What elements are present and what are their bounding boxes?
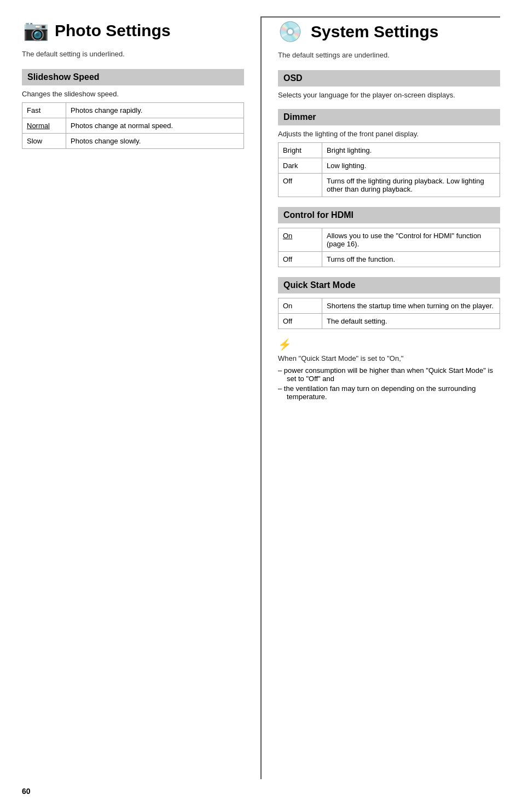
table-row: Bright Bright lighting. [279,143,500,158]
photo-settings-heading: Photo Settings [55,21,171,40]
desc-off-dimmer: Turns off the lighting during playback. … [322,174,500,197]
svg-text:💿: 💿 [278,20,303,42]
list-item: – power consumption will be higher than … [278,366,500,383]
table-row: Off The default setting. [279,314,500,329]
option-off-hdmi: Off [279,252,322,267]
slideshow-table: Fast Photos change rapidly. Normal Photo… [22,102,244,149]
note-icon: ⚡ [278,338,500,351]
option-slow: Slow [22,134,66,149]
table-row: On Shortens the startup time when turnin… [279,298,500,314]
on-hdmi-underlined: On [283,232,292,240]
svg-text:📷: 📷 [23,18,49,41]
table-row: Off Turns off the lighting during playba… [279,174,500,197]
system-subtitle-note: The default settings are underlined. [278,51,500,59]
main-columns: 📷 Photo Settings The default setting is … [22,16,500,779]
camera-icon: 📷 [22,16,49,44]
quick-start-table: On Shortens the startup time when turnin… [278,298,500,329]
system-settings-heading: System Settings [311,22,438,41]
osd-desc: Selects your language for the player on-… [278,91,500,99]
desc-dark: Low lighting. [322,158,500,174]
normal-underlined: Normal [27,122,50,130]
note-list: – power consumption will be higher than … [278,366,500,401]
desc-off-hdmi: Turns off the function. [322,252,500,267]
list-item: – the ventilation fan may turn on depend… [278,384,500,401]
dimmer-table: Bright Bright lighting. Dark Low lightin… [278,142,500,197]
desc-bright: Bright lighting. [322,143,500,158]
desc-normal: Photos change at normal speed. [66,118,244,134]
desc-off-quick: The default setting. [322,314,500,329]
desc-slow: Photos change slowly. [66,134,244,149]
system-icon: 💿 [278,18,305,45]
hdmi-table: On Allows you to use the "Control for HD… [278,228,500,267]
desc-on-hdmi: Allows you to use the "Control for HDMI"… [322,228,500,252]
dimmer-desc: Adjusts the lighting of the front panel … [278,130,500,138]
note-section: ⚡ When "Quick Start Mode" is set to "On,… [278,338,500,401]
note-intro: When "Quick Start Mode" is set to "On," [278,353,500,364]
option-normal: Normal [22,118,66,134]
page: 📷 Photo Settings The default setting is … [0,0,522,812]
desc-on-quick: Shortens the startup time when turning o… [322,298,500,314]
system-settings-title-area: 💿 System Settings [278,18,500,45]
photo-subtitle-note: The default setting is underlined. [22,50,244,58]
table-row: Fast Photos change rapidly. [22,103,244,118]
page-number: 60 [22,787,31,796]
table-row: Normal Photos change at normal speed. [22,118,244,134]
table-row: Slow Photos change slowly. [22,134,244,149]
hdmi-header: Control for HDMI [278,207,500,223]
option-bright: Bright [279,143,322,158]
dimmer-header: Dimmer [278,109,500,125]
left-column: 📷 Photo Settings The default setting is … [22,16,244,779]
option-on-quick: On [279,298,322,314]
right-column: 💿 System Settings The default settings a… [260,16,500,779]
table-row: Dark Low lighting. [279,158,500,174]
osd-header: OSD [278,70,500,87]
slideshow-speed-header: Slideshow Speed [22,69,244,85]
option-dark: Dark [279,158,322,174]
slideshow-desc: Changes the slideshow speed. [22,90,244,98]
desc-fast: Photos change rapidly. [66,103,244,118]
quick-start-header: Quick Start Mode [278,277,500,293]
option-off-dimmer: Off [279,174,322,197]
table-row: On Allows you to use the "Control for HD… [279,228,500,252]
photo-settings-title-area: 📷 Photo Settings [22,16,244,44]
table-row: Off Turns off the function. [279,252,500,267]
option-on-hdmi: On [279,228,322,252]
option-fast: Fast [22,103,66,118]
option-off-quick: Off [279,314,322,329]
